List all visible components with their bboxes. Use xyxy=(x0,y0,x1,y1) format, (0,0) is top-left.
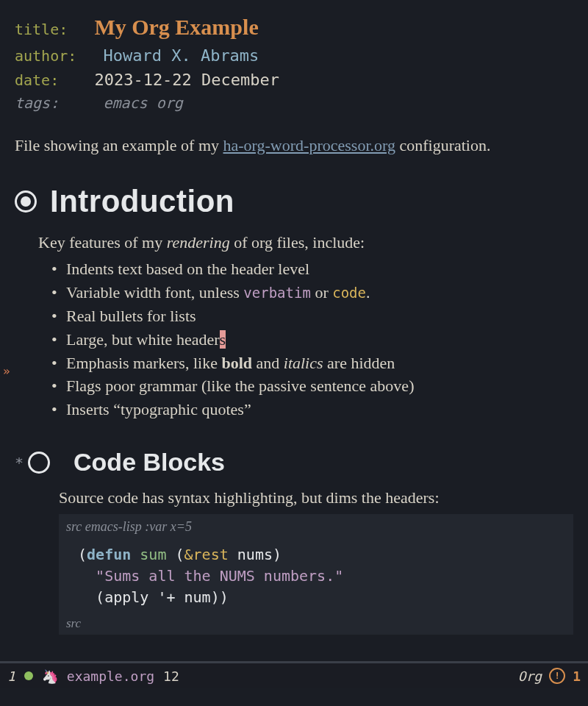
features-list: Indents text based on the header level V… xyxy=(38,257,573,421)
status-dot-icon xyxy=(24,671,33,680)
warning-count: 1 xyxy=(573,666,581,686)
heading-bullet-icon xyxy=(15,190,37,213)
code-text: code xyxy=(332,285,366,301)
list-item: Real bullets for lists xyxy=(51,304,573,328)
heading-introduction: Introduction xyxy=(15,178,573,224)
line-number: 12 xyxy=(163,666,179,686)
meta-tags-line: tags: emacs org xyxy=(15,92,573,114)
meta-key-tags: tags: xyxy=(15,94,59,112)
major-mode-label[interactable]: Org xyxy=(518,666,542,686)
meta-key-title: title: xyxy=(15,21,68,38)
heading-text: Code Blocks xyxy=(74,443,225,481)
list-item: Emphasis markers, like bold and italics … xyxy=(51,352,573,375)
doc-author: Howard X. Abrams xyxy=(103,46,259,65)
intro-paragraph: File showing an example of my ha-org-wor… xyxy=(15,133,573,157)
list-item: Indents text based on the header level xyxy=(51,257,573,281)
heading-code-blocks: * Code Blocks xyxy=(15,443,573,481)
list-item: Large, but white headers xyxy=(51,328,573,352)
doc-date: 2023-12-22 December xyxy=(94,71,279,89)
text-cursor: s xyxy=(220,330,226,349)
editor-buffer[interactable]: title: My Org Example author: Howard X. … xyxy=(0,0,588,635)
verbatim-text: verbatim xyxy=(243,285,311,301)
list-item: Variable width font, unless verbatim or … xyxy=(51,281,573,304)
fringe-indicator-icon: » xyxy=(3,363,10,380)
meta-key-author: author: xyxy=(15,47,76,65)
config-link[interactable]: ha-org-word-processor.org xyxy=(223,136,395,154)
heading-star-icon: * xyxy=(15,452,24,474)
features-lead: Key features of my rendering of org file… xyxy=(38,230,573,254)
src-block-footer: src xyxy=(59,613,573,635)
src-block-header: src emacs-lisp :var x=5 xyxy=(59,514,573,540)
doc-tags: emacs org xyxy=(103,94,182,112)
source-code-block[interactable]: (defun sum (&rest nums) "Sums all the NU… xyxy=(59,540,573,613)
heading-text: Introduction xyxy=(50,178,234,224)
warning-icon[interactable]: ! xyxy=(549,668,565,684)
major-mode-icon: 🦄 xyxy=(42,666,58,686)
mode-line[interactable]: 1 🦄 example.org 12 Org ! 1 xyxy=(0,661,588,688)
list-item: Inserts “typographic quotes” xyxy=(51,398,573,421)
window-index: 1 xyxy=(7,666,15,686)
buffer-name[interactable]: example.org xyxy=(67,666,154,686)
list-item: Flags poor grammar (like the passive sen… xyxy=(51,374,573,398)
heading-bullet-icon xyxy=(28,452,50,474)
code-blocks-paragraph: Source code has syntax highlighting, but… xyxy=(59,485,573,510)
meta-date-line: date: 2023-12-22 December xyxy=(15,68,573,92)
minibuffer[interactable] xyxy=(0,688,588,706)
meta-author-line: author: Howard X. Abrams xyxy=(15,43,573,68)
meta-key-date: date: xyxy=(15,71,59,89)
doc-title: My Org Example xyxy=(94,15,258,39)
meta-title-line: title: My Org Example xyxy=(15,10,573,43)
